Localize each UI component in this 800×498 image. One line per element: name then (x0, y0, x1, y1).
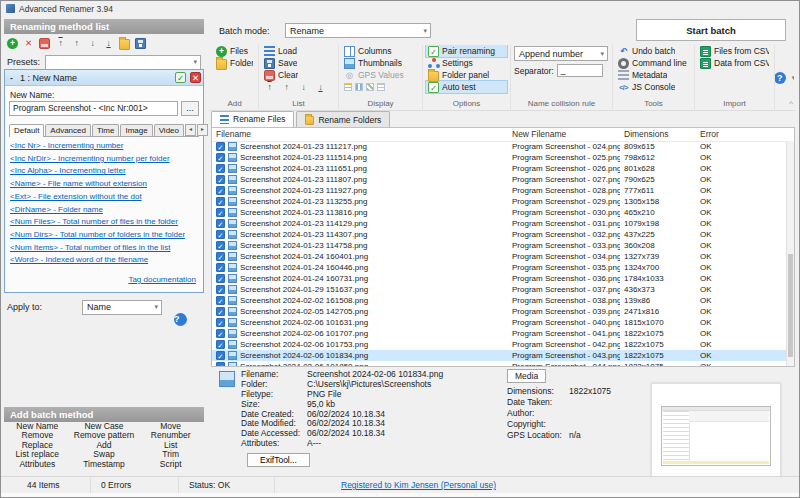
file-row[interactable]: ✓Screenshot 2024-01-24 160731.pngProgram… (212, 273, 786, 284)
file-row[interactable]: ✓Screenshot 2024-01-23 111217.pngProgram… (212, 141, 786, 152)
list-style-2-icon[interactable] (355, 83, 363, 91)
file-row[interactable]: ✓Screenshot 2024-01-23 111807.pngProgram… (212, 174, 786, 185)
metadata-button[interactable]: Metadata (616, 69, 691, 81)
row-checkbox[interactable]: ✓ (216, 219, 225, 228)
vertical-scrollbar[interactable] (786, 141, 794, 366)
row-checkbox[interactable]: ✓ (216, 285, 225, 294)
command-line-button[interactable]: Command line (616, 57, 691, 69)
list-style-4-icon[interactable] (377, 83, 385, 91)
new-name-input[interactable]: Program Screenshot - <Inc Nr:001> (9, 101, 178, 116)
file-row[interactable]: ✓Screenshot 2024-02-06 101850.pngProgram… (212, 361, 786, 366)
add-method-script[interactable]: Script (137, 460, 204, 469)
clear-button[interactable]: Clear (262, 69, 335, 81)
folders-button[interactable]: Folders (214, 57, 255, 69)
start-batch-button[interactable]: Start batch (636, 19, 786, 41)
data-from-csv-button[interactable]: Data from CSV (698, 57, 771, 69)
files-button[interactable]: +Files (214, 45, 255, 57)
move-up-icon[interactable]: ↑ (71, 38, 82, 49)
scrollbar-thumb[interactable] (788, 254, 793, 358)
column-header-error[interactable]: Error (700, 128, 719, 141)
save-preset-icon[interactable] (135, 38, 146, 49)
tag-link[interactable]: <Num Dirs> - Total number of folders in … (10, 229, 198, 242)
help-icon[interactable]: ? (174, 313, 187, 326)
settings-button[interactable]: Settings (426, 57, 507, 69)
tab-default[interactable]: Default (9, 124, 44, 137)
row-checkbox[interactable]: ✓ (216, 318, 225, 327)
file-row[interactable]: ✓Screenshot 2024-02-06 101707.pngProgram… (212, 328, 786, 339)
file-row[interactable]: ✓Screenshot 2024-01-24 160446.pngProgram… (212, 262, 786, 273)
browse-pattern-button[interactable]: ... (181, 101, 199, 116)
add-method-icon[interactable]: + (7, 38, 18, 49)
column-header-new-filename[interactable]: New Filename (512, 128, 566, 141)
row-checkbox[interactable]: ✓ (216, 263, 225, 272)
column-header-filename[interactable]: Filename (216, 128, 251, 141)
file-row[interactable]: ✓Screenshot 2024-02-06 101631.pngProgram… (212, 317, 786, 328)
file-row[interactable]: ✓Screenshot 2024-02-05 142705.pngProgram… (212, 306, 786, 317)
add-method-attributes[interactable]: Attributes (4, 460, 71, 469)
list-style-1-icon[interactable] (344, 83, 352, 91)
file-row[interactable]: ✓Screenshot 2024-02-06 101834.pngProgram… (212, 350, 786, 361)
help-icon[interactable]: ? (775, 72, 786, 84)
file-row[interactable]: ✓Screenshot 2024-01-23 111514.pngProgram… (212, 152, 786, 163)
tab-media[interactable]: Media (507, 369, 546, 383)
tab-rename-folders[interactable]: Rename Folders (296, 111, 390, 127)
arrow-bottom-icon[interactable]: ↓ (315, 82, 326, 93)
method-enabled-checkbox[interactable]: ✓ (175, 72, 186, 83)
tab-video[interactable]: Video (154, 124, 184, 136)
move-down-icon[interactable]: ↓ (87, 38, 98, 49)
row-checkbox[interactable]: ✓ (216, 142, 225, 151)
file-row[interactable]: ✓Screenshot 2024-01-23 114307.pngProgram… (212, 229, 786, 240)
undo-batch-button[interactable]: ↶Undo batch (616, 45, 691, 57)
row-checkbox[interactable]: ✓ (216, 208, 225, 217)
row-checkbox[interactable]: ✓ (216, 164, 225, 173)
arrow-up-icon[interactable]: ↑ (281, 82, 292, 93)
row-checkbox[interactable]: ✓ (216, 362, 225, 366)
apply-to-dropdown[interactable]: Name ▾ (82, 300, 162, 315)
chevron-down-icon[interactable]: ▾ (792, 74, 794, 82)
file-row[interactable]: ✓Screenshot 2024-01-29 151637.pngProgram… (212, 284, 786, 295)
row-checkbox[interactable]: ✓ (216, 230, 225, 239)
method-panel-header[interactable]: - 1 : New Name ✓ ✕ (5, 70, 203, 86)
move-top-icon[interactable]: ↑ (55, 38, 66, 49)
tag-link[interactable]: <Ext> - File extension without the dot (10, 191, 198, 204)
files-from-csv-button[interactable]: Files from CSV (698, 45, 771, 57)
file-row[interactable]: ✓Screenshot 2024-01-23 113816.pngProgram… (212, 207, 786, 218)
auto-test-button[interactable]: ✓Auto test (426, 81, 507, 93)
thumbnails-button[interactable]: Thumbnails (342, 57, 419, 69)
name-collision-dropdown[interactable]: Append number▾ (514, 46, 608, 61)
file-row[interactable]: ✓Screenshot 2024-01-23 114129.pngProgram… (212, 218, 786, 229)
file-row[interactable]: ✓Screenshot 2024-01-23 111651.pngProgram… (212, 163, 786, 174)
move-bottom-icon[interactable]: ↓ (103, 38, 114, 49)
file-row[interactable]: ✓Screenshot 2024-01-23 114758.pngProgram… (212, 240, 786, 251)
columns-button[interactable]: Columns (342, 45, 419, 57)
tab-advanced[interactable]: Advanced (45, 124, 91, 136)
save-button[interactable]: Save (262, 57, 335, 69)
tab-time[interactable]: Time (92, 124, 119, 136)
arrow-top-icon[interactable]: ↑ (264, 82, 275, 93)
tag-link[interactable]: <DirName> - Folder name (10, 204, 198, 217)
row-checkbox[interactable]: ✓ (216, 340, 225, 349)
collapse-method-icon[interactable]: - (7, 73, 16, 83)
tag-documentation-link[interactable]: Tag documentation (128, 275, 196, 284)
gps-values-button[interactable]: ◎GPS Values (342, 69, 419, 81)
tab-rename-files[interactable]: Rename Files (211, 111, 294, 127)
pair-renaming-button[interactable]: ✓Pair renaming (426, 45, 507, 57)
presets-dropdown[interactable]: ▾ (45, 55, 201, 70)
tag-link[interactable]: <Name> - File name without extension (10, 178, 198, 191)
list-style-3-icon[interactable] (366, 83, 374, 91)
row-checkbox[interactable]: ✓ (216, 186, 225, 195)
row-checkbox[interactable]: ✓ (216, 296, 225, 305)
clear-methods-icon[interactable] (39, 38, 50, 49)
load-button[interactable]: Load (262, 45, 335, 57)
row-checkbox[interactable]: ✓ (216, 153, 225, 162)
exiftool-button[interactable]: ExifTool... (247, 453, 310, 467)
arrow-down-icon[interactable]: ↓ (298, 82, 309, 93)
folder-panel-button[interactable]: Folder panel (426, 69, 507, 81)
scroll-tabs-left-icon[interactable]: ◄ (185, 124, 196, 136)
file-row[interactable]: ✓Screenshot 2024-02-02 161508.pngProgram… (212, 295, 786, 306)
separator-input[interactable]: _ (557, 64, 603, 77)
batch-mode-dropdown[interactable]: Rename ▾ (285, 23, 431, 38)
add-method-timestamp[interactable]: Timestamp (71, 460, 138, 469)
tag-link[interactable]: <Inc Alpha> - Incrementing letter (10, 165, 198, 178)
tag-link[interactable]: <Num Items> - Total number of files in t… (10, 242, 198, 255)
